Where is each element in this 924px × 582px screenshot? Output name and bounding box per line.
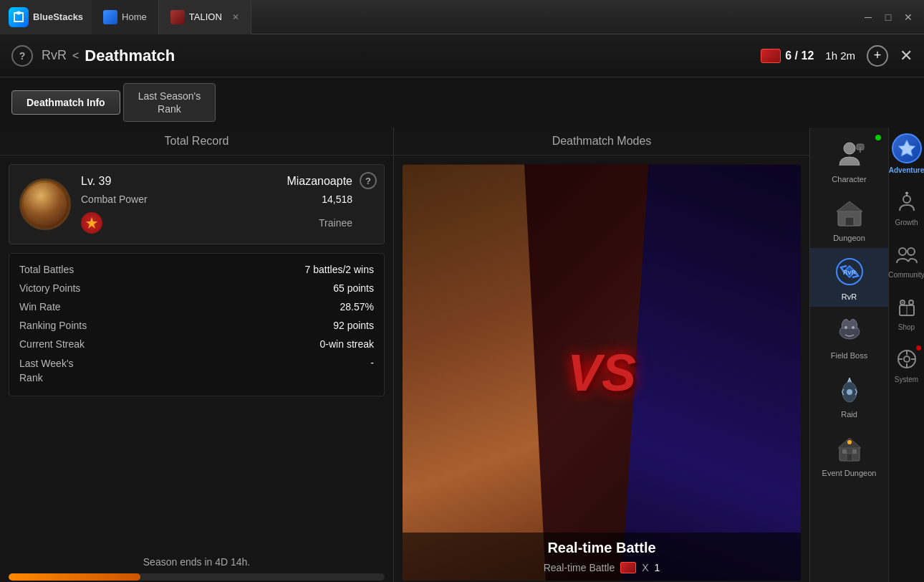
total-battles-row: Total Battles 7 battles/2 wins <box>19 264 374 275</box>
current-streak-label: Current Streak <box>19 338 85 350</box>
ticket-count: 6 / 12 <box>785 49 814 62</box>
growth-icon <box>893 189 920 216</box>
win-rate-row: Win Rate 28.57% <box>19 301 374 313</box>
svg-point-3 <box>844 143 855 154</box>
svg-point-12 <box>844 326 847 329</box>
sidebar-item-growth[interactable]: Growth <box>889 189 924 226</box>
title-bar: BlueStacks Home TALION ✕ ─ □ ✕ <box>0 0 924 34</box>
sidebar-item-system[interactable]: System <box>889 345 924 383</box>
svg-point-24 <box>899 248 906 255</box>
sidebar-raid-label: Raid <box>841 410 857 419</box>
victory-points-row: Victory Points 65 points <box>19 282 374 294</box>
sidebar-item-event-dungeon[interactable]: Event Dungeon <box>810 424 888 483</box>
svg-point-27 <box>909 300 913 305</box>
ticket-container: 6 / 12 <box>761 49 814 63</box>
win-rate-label: Win Rate <box>19 301 61 313</box>
system-badge <box>916 345 921 350</box>
battle-title: Real-time Battle <box>403 540 801 556</box>
sidebar-item-dungeon[interactable]: Dungeon <box>810 189 888 248</box>
svg-text:RvR: RvR <box>842 269 856 276</box>
deathmatch-panel: Deathmatch Modes VS Real-time Battle Rea… <box>394 128 809 582</box>
svg-marker-22 <box>898 140 915 156</box>
svg-point-32 <box>904 356 910 362</box>
community-label: Community <box>888 271 924 279</box>
tabs-bar: Deathmatch Info Last Season'sRank <box>0 77 924 128</box>
svg-point-13 <box>852 326 855 329</box>
tab-close-icon[interactable]: ✕ <box>232 12 239 22</box>
character-icon <box>832 136 867 172</box>
svg-rect-8 <box>845 217 854 226</box>
ranking-points-label: Ranking Points <box>19 320 87 331</box>
breadcrumb-current: Deathmatch <box>85 47 175 65</box>
rvr-icon: RvR <box>832 254 867 290</box>
sidebar-item-raid[interactable]: Raid <box>810 366 888 424</box>
adventure-icon <box>892 133 922 163</box>
talion-tab-icon <box>170 10 185 24</box>
bluestacks-icon <box>9 7 29 27</box>
sidebar-inner-left: Character Dungeon <box>810 128 888 582</box>
victory-points-label: Victory Points <box>19 282 80 294</box>
sidebar-field-boss-label: Field Boss <box>831 351 867 360</box>
svg-point-15 <box>847 389 852 395</box>
sidebar-item-rvr[interactable]: RvR RvR <box>810 248 888 307</box>
dungeon-icon <box>832 195 867 231</box>
add-ticket-button[interactable]: + <box>867 45 888 67</box>
sidebar-rvr-label: RvR <box>842 292 857 301</box>
community-icon <box>893 241 920 268</box>
home-tab-icon <box>103 10 117 24</box>
breadcrumb-parent: RvR <box>42 48 67 63</box>
sidebar-item-character[interactable]: Character <box>810 130 888 189</box>
sidebar-item-adventure[interactable]: Adventure <box>889 133 924 174</box>
event-dungeon-icon <box>832 430 867 466</box>
timer: 1h 2m <box>825 49 855 62</box>
tab-last-season-rank[interactable]: Last Season'sRank <box>123 83 216 122</box>
system-icon <box>893 345 920 373</box>
shop-icon <box>893 293 920 320</box>
svg-rect-20 <box>847 454 852 461</box>
current-streak-row: Current Streak 0-win streak <box>19 338 374 350</box>
svg-point-25 <box>908 248 915 255</box>
tab-talion[interactable]: TALION ✕ <box>159 0 251 34</box>
tab-home[interactable]: Home <box>92 0 159 34</box>
minimize-button[interactable]: ─ <box>861 10 875 24</box>
maximize-button[interactable]: □ <box>881 10 895 24</box>
player-help-icon[interactable]: ? <box>360 172 377 189</box>
rank-icon-row: Trainee <box>81 212 374 234</box>
sidebar-item-shop[interactable]: Shop <box>889 293 924 331</box>
fighter-right <box>622 164 801 581</box>
tab-talion-label: TALION <box>189 11 222 22</box>
svg-rect-19 <box>852 449 857 454</box>
season-progress-bar <box>9 573 385 581</box>
tab-deathmatch-info[interactable]: Deathmatch Info <box>11 90 120 115</box>
ticket-icon <box>761 49 781 63</box>
player-level: Lv. 39 <box>81 175 111 188</box>
battle-image[interactable]: VS Real-time Battle Real-time Battle X 1 <box>403 164 801 581</box>
stats-card: Total Battles 7 battles/2 wins Victory P… <box>9 253 385 396</box>
deathmatch-modes-header: Deathmatch Modes <box>394 128 809 156</box>
close-window-button[interactable]: ✕ <box>901 10 915 24</box>
sidebar-dungeon-label: Dungeon <box>833 234 865 242</box>
player-avatar <box>19 178 71 230</box>
raid-icon <box>832 371 867 407</box>
vs-text: VS <box>567 343 636 402</box>
player-info-card: Lv. 39 Miazanoapte Combat Power 14,518 <box>9 164 385 244</box>
adventure-label: Adventure <box>889 166 924 174</box>
sidebar-item-community[interactable]: Community <box>889 241 924 279</box>
close-button[interactable]: ✕ <box>900 47 913 65</box>
bluestacks-text: BlueStacks <box>33 11 83 22</box>
fighter-left <box>403 164 546 581</box>
rank-label: Trainee <box>319 217 352 229</box>
growth-label: Growth <box>895 219 918 226</box>
sidebar-item-field-boss[interactable]: Field Boss <box>810 307 888 366</box>
svg-rect-18 <box>842 449 847 454</box>
character-badge <box>875 135 881 140</box>
last-week-rank-row: Last Week'sRank - <box>19 357 374 385</box>
total-record-header: Total Record <box>0 128 393 156</box>
help-button[interactable]: ? <box>11 45 33 67</box>
sidebar-character-label: Character <box>832 175 866 183</box>
field-boss-icon <box>832 313 867 348</box>
cost-ticket-icon <box>620 562 636 573</box>
sidebar-inner-right: Adventure Growth <box>888 128 924 582</box>
svg-marker-2 <box>86 217 97 229</box>
battle-cost: Real-time Battle X 1 <box>403 562 801 573</box>
